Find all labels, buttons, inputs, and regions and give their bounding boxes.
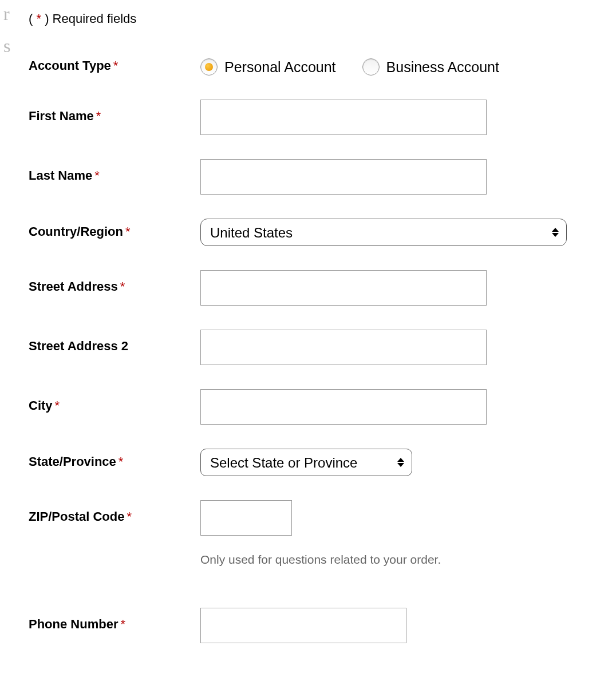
label-text: Account Type <box>29 58 111 73</box>
label-account-type: Account Type* <box>29 55 200 73</box>
required-star-icon: * <box>119 454 124 469</box>
required-star-icon: * <box>127 509 132 524</box>
phone-number-input[interactable] <box>200 608 406 643</box>
state-province-select[interactable]: Select State or Province <box>200 449 412 476</box>
required-star-icon: * <box>125 224 131 239</box>
required-asterisk: * <box>36 11 41 26</box>
label-last-name: Last Name* <box>29 159 200 183</box>
required-star-icon: * <box>120 279 125 294</box>
row-first-name: First Name* <box>29 100 593 135</box>
radio-label: Business Account <box>386 59 499 76</box>
radio-option-business[interactable]: Business Account <box>362 58 499 76</box>
row-street-address: Street Address* <box>29 270 593 306</box>
row-zip-postal: ZIP/Postal Code* Only used for questions… <box>29 500 593 584</box>
required-fields-note: ( * ) Required fields <box>29 11 593 26</box>
decorative-letter-s: s <box>3 35 10 57</box>
street-address-input[interactable] <box>200 270 487 306</box>
required-star-icon: * <box>96 109 101 123</box>
city-input[interactable] <box>200 389 487 425</box>
radio-label: Personal Account <box>224 59 336 76</box>
label-state-province: State/Province* <box>29 449 200 469</box>
decorative-letter-r: r <box>3 3 10 25</box>
label-text: Phone Number <box>29 617 118 631</box>
row-account-type: Account Type* Personal Account Business … <box>29 55 593 76</box>
label-text: First Name <box>29 109 94 123</box>
first-name-input[interactable] <box>200 100 487 135</box>
required-note-close: ) Required fields <box>41 11 136 26</box>
label-street-address: Street Address* <box>29 270 200 294</box>
label-text: Street Address <box>29 279 118 294</box>
label-first-name: First Name* <box>29 100 200 124</box>
row-last-name: Last Name* <box>29 159 593 195</box>
row-state-province: State/Province* Select State or Province <box>29 449 593 476</box>
last-name-input[interactable] <box>200 159 487 195</box>
required-star-icon: * <box>94 168 100 183</box>
radio-unselected-icon <box>362 58 380 76</box>
label-text: ZIP/Postal Code <box>29 509 124 524</box>
row-city: City* <box>29 389 593 425</box>
label-text: Street Address 2 <box>29 339 128 353</box>
label-text: Last Name <box>29 168 92 183</box>
row-street-address-2: Street Address 2 <box>29 330 593 365</box>
label-text: City <box>29 398 53 413</box>
required-star-icon: * <box>113 58 119 73</box>
row-phone-number: Phone Number* <box>29 608 593 643</box>
label-country-region: Country/Region* <box>29 219 200 239</box>
required-note-open: ( <box>29 11 36 26</box>
zip-postal-input[interactable] <box>200 500 292 536</box>
row-country-region: Country/Region* United States <box>29 219 593 246</box>
label-zip-postal: ZIP/Postal Code* <box>29 500 200 524</box>
required-star-icon: * <box>55 398 60 413</box>
phone-helper-text: Only used for questions related to your … <box>200 553 593 567</box>
label-street-address-2: Street Address 2 <box>29 330 200 354</box>
label-text: Country/Region <box>29 224 123 239</box>
radio-option-personal[interactable]: Personal Account <box>200 58 336 76</box>
label-phone-number: Phone Number* <box>29 608 200 632</box>
radio-selected-icon <box>200 58 218 76</box>
label-city: City* <box>29 389 200 413</box>
account-type-radio-group: Personal Account Business Account <box>200 55 593 76</box>
street-address-2-input[interactable] <box>200 330 487 365</box>
required-star-icon: * <box>120 617 125 631</box>
label-text: State/Province <box>29 454 116 469</box>
country-region-select[interactable]: United States <box>200 219 567 246</box>
